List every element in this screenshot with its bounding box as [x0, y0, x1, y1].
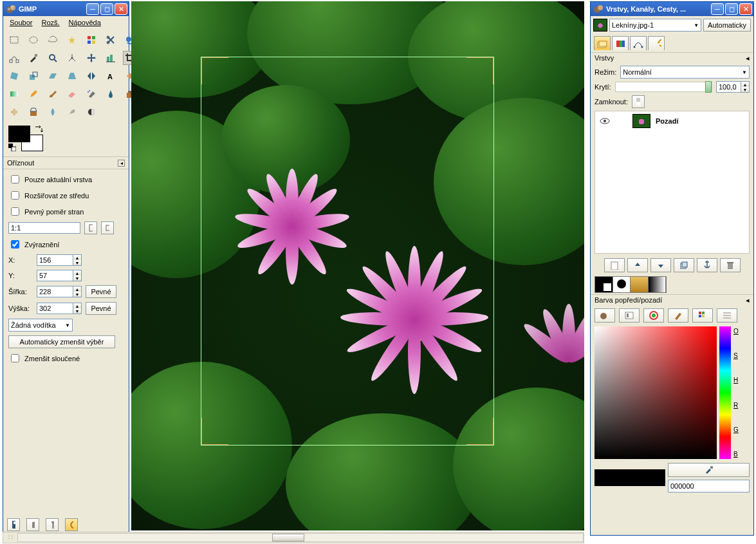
- minimize-button[interactable]: ─: [711, 3, 724, 15]
- fgbg-tab[interactable]: [595, 277, 613, 292]
- hue-letter[interactable]: S: [733, 352, 739, 359]
- lock-alpha-button[interactable]: [632, 95, 645, 108]
- dock-titlebar[interactable]: Vrstvy, Kanály, Cesty, ... ─ ◻ ✕: [591, 2, 753, 16]
- cmyk-tab-button[interactable]: [619, 308, 640, 323]
- fg-bg-color-widget[interactable]: [8, 126, 43, 151]
- width-fixed-button[interactable]: Pevné: [86, 285, 116, 298]
- lasso-tool[interactable]: [46, 33, 60, 47]
- pencil-tool[interactable]: [26, 87, 41, 101]
- fg-color-swatch[interactable]: [8, 126, 30, 142]
- close-button[interactable]: ✕: [739, 3, 752, 15]
- hue-strip[interactable]: [719, 326, 731, 459]
- rotate-tool[interactable]: [7, 69, 21, 83]
- ellipse-select-tool[interactable]: [26, 33, 41, 47]
- menu-help[interactable]: Nápověda: [65, 17, 105, 28]
- brushes-tab[interactable]: [613, 277, 631, 292]
- image-canvas[interactable]: [131, 1, 584, 530]
- dodge-burn-tool[interactable]: [84, 105, 98, 119]
- autoshrink-button[interactable]: Automaticky zmenšit výběr: [8, 335, 115, 348]
- layer-name[interactable]: Pozadí: [656, 117, 678, 125]
- fgbg-menu-icon[interactable]: ◂: [746, 296, 750, 305]
- menu-ext[interactable]: Rozš.: [37, 17, 63, 28]
- minimize-button[interactable]: ─: [86, 3, 99, 15]
- smudge-tool[interactable]: [65, 105, 79, 119]
- auto-button[interactable]: Automaticky: [703, 19, 751, 32]
- delete-options-button[interactable]: [46, 518, 59, 531]
- channels-tab[interactable]: [612, 36, 629, 50]
- visibility-eye-icon[interactable]: [599, 117, 611, 125]
- guides-select[interactable]: Žádná vodítka▼: [8, 319, 73, 332]
- blend-tool[interactable]: [7, 87, 21, 101]
- hue-letter[interactable]: R: [733, 402, 739, 409]
- hue-letter[interactable]: G: [733, 426, 739, 433]
- scale-tool[interactable]: [26, 69, 41, 83]
- status-handle-icon[interactable]: ∷: [3, 532, 17, 543]
- color-select-tool[interactable]: [84, 33, 98, 47]
- shear-tool[interactable]: [46, 69, 60, 83]
- eraser-tool[interactable]: [65, 87, 79, 101]
- heal-tool[interactable]: [7, 105, 21, 119]
- palette-tab-button[interactable]: [692, 308, 713, 323]
- delete-layer-button[interactable]: [720, 258, 741, 272]
- paintbrush-tool[interactable]: [46, 87, 60, 101]
- hue-letter[interactable]: H: [733, 377, 739, 384]
- move-tool[interactable]: [84, 51, 98, 65]
- expand-center-checkbox[interactable]: Rozšiřovat ze středu: [8, 189, 124, 202]
- paths-tool[interactable]: [7, 51, 21, 65]
- blur-tool[interactable]: [46, 105, 60, 119]
- x-input[interactable]: ▲▼: [37, 254, 82, 266]
- width-input[interactable]: ▲▼: [37, 286, 82, 297]
- align-tool[interactable]: [104, 51, 118, 65]
- tool-options-menu-icon[interactable]: ◂: [118, 160, 125, 167]
- anchor-layer-button[interactable]: [697, 258, 717, 272]
- gimp-picker-button[interactable]: [595, 308, 615, 323]
- menu-file[interactable]: Soubor: [6, 17, 36, 28]
- swap-colors-icon[interactable]: [34, 126, 43, 133]
- y-input[interactable]: ▲▼: [37, 270, 82, 281]
- perspective-clone-tool[interactable]: [26, 105, 41, 119]
- mode-select[interactable]: Normální▼: [620, 66, 750, 79]
- airbrush-tool[interactable]: [84, 87, 98, 101]
- rect-select-tool[interactable]: [7, 33, 21, 47]
- image-select[interactable]: Lekníny.jpg-1▼: [609, 19, 701, 32]
- hue-letter[interactable]: B: [733, 451, 739, 458]
- maximize-button[interactable]: ◻: [100, 3, 113, 15]
- zoom-tool[interactable]: [46, 51, 60, 65]
- ratio-landscape-button[interactable]: [101, 221, 114, 234]
- ratio-portrait-button[interactable]: [84, 221, 97, 234]
- eyedropper-big-button[interactable]: [668, 463, 750, 477]
- current-layer-checkbox[interactable]: Pouze aktuální vrstva: [8, 173, 124, 185]
- layer-list[interactable]: Pozadí: [595, 111, 750, 254]
- paths-tab[interactable]: [630, 36, 647, 50]
- flip-tool[interactable]: [84, 69, 98, 83]
- raise-layer-button[interactable]: [627, 258, 648, 272]
- opacity-slider[interactable]: [615, 82, 712, 92]
- toolbox-titlebar[interactable]: GIMP ─ ◻ ✕: [3, 2, 129, 16]
- layers-tab[interactable]: [594, 36, 611, 50]
- height-fixed-button[interactable]: Pevné: [86, 302, 116, 315]
- close-button[interactable]: ✕: [115, 3, 127, 15]
- ratio-input[interactable]: [8, 222, 80, 234]
- hue-letter[interactable]: O: [733, 328, 739, 335]
- shrink-merged-checkbox[interactable]: Zmenšit sloučené: [8, 352, 124, 364]
- height-input[interactable]: ▲▼: [37, 303, 82, 314]
- measure-tool[interactable]: [65, 51, 79, 65]
- layers-menu-icon[interactable]: ◂: [746, 54, 750, 62]
- ink-tool[interactable]: [104, 87, 118, 101]
- reset-options-button[interactable]: [65, 518, 78, 531]
- scissors-tool[interactable]: [104, 33, 118, 47]
- hex-output[interactable]: 000000: [668, 480, 750, 492]
- current-color-swatch[interactable]: [595, 469, 665, 486]
- undo-tab[interactable]: [648, 36, 665, 50]
- fixed-ratio-checkbox[interactable]: Pevný poměr stran: [8, 205, 124, 218]
- fuzzy-select-tool[interactable]: [65, 33, 79, 47]
- crop-handle-tr[interactable]: [466, 57, 493, 84]
- layer-item[interactable]: Pozadí: [595, 111, 749, 131]
- patterns-tab[interactable]: [631, 277, 649, 292]
- default-colors-icon[interactable]: [8, 144, 16, 151]
- maximize-button[interactable]: ◻: [725, 3, 738, 15]
- text-tool[interactable]: A: [104, 69, 118, 83]
- save-options-button[interactable]: [7, 518, 20, 531]
- paint-tab-button[interactable]: [668, 308, 688, 323]
- lower-layer-button[interactable]: [650, 258, 671, 272]
